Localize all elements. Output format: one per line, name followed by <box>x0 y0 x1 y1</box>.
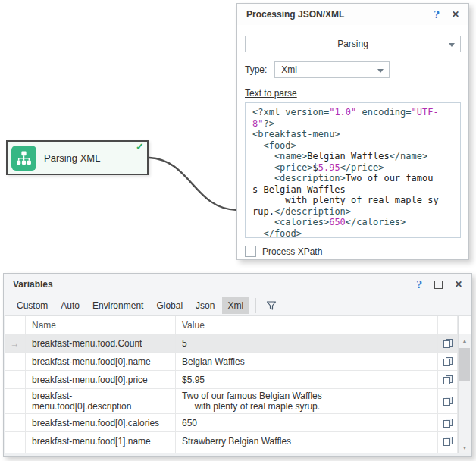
vertical-scrollbar[interactable]: ▲ ▼ <box>458 316 471 453</box>
variable-value-cell[interactable]: Strawberry Belgian Waffles <box>176 432 438 450</box>
variable-name-cell[interactable]: breakfast-menu.food[0].description <box>26 389 176 413</box>
processing-panel-body: Parsing Type: Xml Text to parse <?xml ve… <box>237 25 468 257</box>
text-to-parse-label: Text to parse <box>245 88 297 99</box>
process-xpath-label: Process XPath <box>262 246 322 257</box>
variables-tabs: CustomAutoEnvironmentGlobalJsonXml <box>11 297 251 314</box>
processing-panel-title: Processing JSON/XML <box>246 9 421 20</box>
variable-value-cell[interactable]: Belgian Waffles <box>176 353 438 370</box>
copy-icon[interactable] <box>438 414 458 431</box>
close-icon[interactable]: ✕ <box>452 9 459 20</box>
chevron-down-icon <box>449 43 455 47</box>
variable-value-cell[interactable]: $5.95 <box>176 371 438 388</box>
variables-table-header: Name Value <box>5 316 458 334</box>
variable-name-cell[interactable]: breakfast-menu.food[0].price <box>26 371 176 388</box>
close-icon[interactable]: ✕ <box>455 279 462 290</box>
variable-name-cell[interactable]: breakfast-menu.food[0].name <box>26 353 176 370</box>
maximize-icon[interactable] <box>434 279 443 290</box>
filter-icon[interactable] <box>265 299 277 312</box>
variable-value-cell[interactable]: $7.95 <box>176 450 438 453</box>
action-dropdown-value: Parsing <box>337 39 368 49</box>
type-dropdown[interactable]: Xml <box>274 61 390 78</box>
type-dropdown-value: Xml <box>281 64 297 75</box>
process-xpath-checkbox[interactable] <box>245 246 256 257</box>
variable-name-cell[interactable]: breakfast-menu.food[0].calories <box>26 414 176 431</box>
row-gutter <box>5 353 26 370</box>
variables-panel: Variables ? ✕ CustomAutoEnvironmentGloba… <box>3 273 472 457</box>
variables-panel-header: Variables ? ✕ <box>4 274 471 295</box>
copy-icon[interactable] <box>438 353 458 370</box>
chevron-down-icon <box>377 69 384 73</box>
variable-name-cell[interactable]: breakfast-menu.food[1].price <box>26 450 176 453</box>
sitemap-icon <box>11 146 36 171</box>
scroll-up-icon[interactable]: ▲ <box>459 334 471 347</box>
tabs-divider <box>255 298 256 313</box>
copy-icon[interactable] <box>438 371 458 388</box>
copy-column-header <box>438 316 458 334</box>
row-gutter <box>5 414 26 431</box>
type-label: Type: <box>245 64 267 75</box>
variable-name-cell[interactable]: breakfast-menu.food[1].name <box>26 432 176 450</box>
tab-environment[interactable]: Environment <box>87 297 149 314</box>
help-icon[interactable]: ? <box>434 9 440 20</box>
row-gutter <box>5 371 26 388</box>
table-row[interactable]: breakfast-menu.food[0].nameBelgian Waffl… <box>5 353 458 371</box>
processing-panel: Processing JSON/XML ? ✕ Parsing Type: Xm… <box>236 3 469 260</box>
row-gutter <box>5 432 26 450</box>
variables-tabs-row: CustomAutoEnvironmentGlobalJsonXml <box>4 295 471 315</box>
row-gutter <box>5 389 26 413</box>
text-to-parse-editor[interactable]: <?xml version="1.0" encoding="UTF-8"?><b… <box>245 102 461 238</box>
variables-table: Name Value →breakfast-menu.food.Count5br… <box>5 315 471 453</box>
current-row-arrow-icon: → <box>5 334 26 352</box>
copy-icon[interactable] <box>438 432 458 450</box>
success-check-icon: ✓ <box>136 142 144 152</box>
gutter-header-cell <box>5 316 26 334</box>
scroll-down-icon[interactable]: ▼ <box>459 441 471 453</box>
tab-global[interactable]: Global <box>151 297 188 314</box>
tab-auto[interactable]: Auto <box>55 297 85 314</box>
table-row[interactable]: breakfast-menu.food[0].descriptionTwo of… <box>5 389 458 414</box>
variables-table-body: →breakfast-menu.food.Count5breakfast-men… <box>5 334 458 453</box>
tab-xml[interactable]: Xml <box>222 297 249 314</box>
value-column-header[interactable]: Value <box>176 316 438 334</box>
table-row[interactable]: breakfast-menu.food[1].price$7.95 <box>5 450 458 453</box>
variable-value-cell[interactable]: Two of our famous Belgian Waffles with p… <box>176 389 438 413</box>
action-dropdown[interactable]: Parsing <box>245 36 461 52</box>
help-icon[interactable]: ? <box>416 279 422 290</box>
table-row[interactable]: breakfast-menu.food[0].price$5.95 <box>5 371 458 389</box>
copy-icon[interactable] <box>438 450 458 453</box>
variable-name-cell[interactable]: breakfast-menu.food.Count <box>26 334 176 352</box>
copy-icon[interactable] <box>438 334 458 352</box>
table-row[interactable]: →breakfast-menu.food.Count5 <box>5 334 458 353</box>
variable-value-cell[interactable]: 650 <box>176 414 438 431</box>
name-column-header[interactable]: Name <box>26 316 176 334</box>
node-label: Parsing XML <box>44 152 100 164</box>
tab-json[interactable]: Json <box>190 297 220 314</box>
copy-icon[interactable] <box>438 389 458 413</box>
scrollbar-thumb[interactable] <box>459 348 470 381</box>
variables-panel-title: Variables <box>13 279 404 290</box>
processing-panel-header: Processing JSON/XML ? ✕ <box>237 4 468 25</box>
table-row[interactable]: breakfast-menu.food[0].calories650 <box>5 414 458 432</box>
tab-custom[interactable]: Custom <box>11 297 53 314</box>
variable-value-cell[interactable]: 5 <box>176 334 438 352</box>
row-gutter <box>5 450 26 453</box>
table-row[interactable]: breakfast-menu.food[1].nameStrawberry Be… <box>5 432 458 450</box>
node-parsing-xml[interactable]: Parsing XML ✓ <box>6 140 149 175</box>
